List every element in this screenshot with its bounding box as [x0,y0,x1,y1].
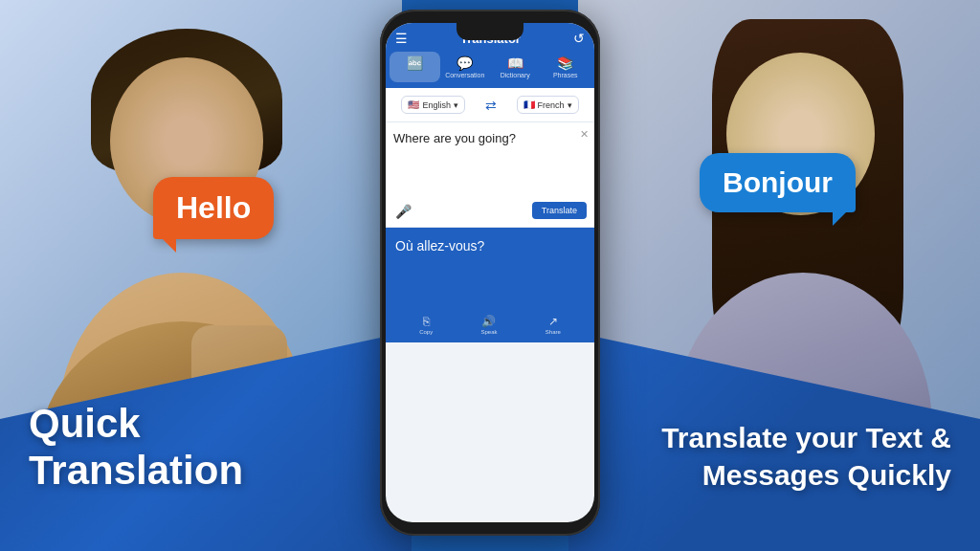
output-area: Où allez-vous? ⎘ Copy 🔊 Speak ↗ Share [386,228,594,342]
copy-icon: ⎘ [423,315,430,328]
tab-conversation[interactable]: 💬 Conversation [440,52,491,82]
conversation-tab-icon: 💬 [457,55,473,71]
caption-left: Quick Translation [29,401,243,494]
tab-bar: 🔤 💬 Conversation 📖 Dictionary 📚 Phrases [386,52,594,88]
speak-label: Speak [480,329,497,335]
translate-tab-icon: 🔤 [407,55,423,71]
language-from-button[interactable]: 🇺🇸 English ▾ [401,96,465,114]
flag-from: 🇺🇸 [408,99,419,110]
share-label: Share [546,329,561,335]
phrases-tab-label: Phrases [553,72,578,78]
phone-shell: ☰ Translator ↺ 🔤 💬 Conversation 📖 Dictio… [380,10,600,536]
language-to-label: French [538,100,565,110]
copy-label: Copy [419,329,433,335]
translate-button[interactable]: Translate [532,202,587,219]
output-text: Où allez-vous? [395,237,585,256]
language-selector-row: 🇺🇸 English ▾ ⇄ 🇫🇷 French ▾ [386,88,594,122]
speak-icon: 🔊 [481,315,496,328]
tab-phrases[interactable]: 📚 Phrases [541,52,591,82]
share-icon: ↗ [548,315,558,328]
microphone-button[interactable]: 🎤 [395,204,412,219]
phone-screen: ☰ Translator ↺ 🔤 💬 Conversation 📖 Dictio… [386,23,594,522]
input-area: Where are you going? ✕ 🎤 Translate [386,122,594,228]
dictionary-tab-icon: 📖 [507,55,523,71]
language-from-label: English [422,100,451,110]
copy-button[interactable]: ⎘ Copy [419,315,433,335]
input-text: Where are you going? [393,130,587,147]
speak-button[interactable]: 🔊 Speak [480,315,497,335]
phone-notch [457,23,523,40]
flag-to: 🇫🇷 [523,99,535,110]
caption-right: Translate your Text & Messages Quickly [661,419,951,494]
share-button[interactable]: ↗ Share [546,315,561,335]
tab-dictionary[interactable]: 📖 Dictionary [490,52,541,82]
menu-icon[interactable]: ☰ [395,31,408,46]
tab-translate[interactable]: 🔤 [390,52,440,82]
clear-input-button[interactable]: ✕ [580,128,589,141]
swap-languages-icon[interactable]: ⇄ [485,98,497,113]
conversation-tab-label: Conversation [445,72,484,78]
phone-mockup: ☰ Translator ↺ 🔤 💬 Conversation 📖 Dictio… [380,10,600,536]
language-to-button[interactable]: 🇫🇷 French ▾ [517,96,579,114]
bubble-bonjour: Bonjour [700,153,856,212]
phrases-tab-icon: 📚 [557,55,573,71]
dictionary-tab-label: Dictionary [501,72,530,78]
history-icon[interactable]: ↺ [573,31,585,46]
bubble-hello: Hello [153,177,274,239]
chevron-down-icon: ▾ [454,100,458,110]
chevron-down-icon-to: ▾ [568,100,572,110]
output-actions: ⎘ Copy 🔊 Speak ↗ Share [386,315,594,335]
